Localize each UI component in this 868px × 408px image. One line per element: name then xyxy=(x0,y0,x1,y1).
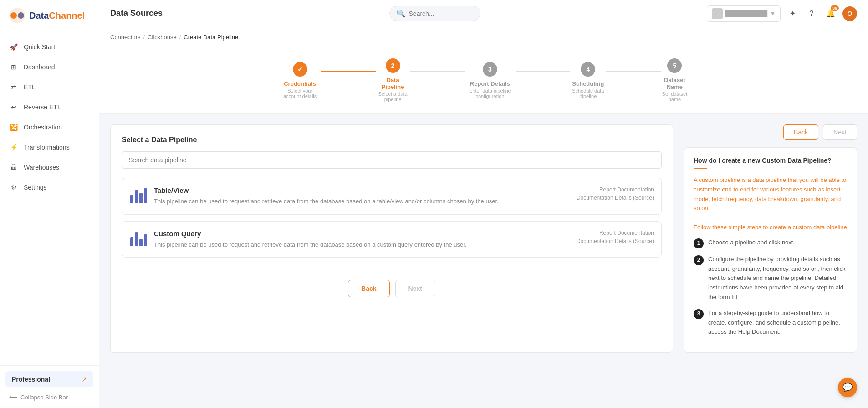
report-doc-link-custom-query[interactable]: Report Documentation xyxy=(599,230,654,236)
sidebar-item-warehouses[interactable]: 🏛 Warehouses xyxy=(0,157,99,177)
user-avatar-button[interactable]: O xyxy=(842,6,857,21)
step-line-3 xyxy=(516,71,570,72)
sidebar-item-orchestration[interactable]: 🔀 Orchestration xyxy=(0,117,99,137)
pipeline-card-table-view[interactable]: Table/View This pipeline can be used to … xyxy=(122,178,662,215)
step-dataset-name: 5 Dataset Name Set dataset name xyxy=(661,58,689,102)
follow-text: Follow these simple steps to create a cu… xyxy=(694,224,847,231)
sidebar-item-dashboard[interactable]: ⊞ Dashboard xyxy=(0,57,99,77)
collapse-label: Collapse Side Bar xyxy=(20,394,68,401)
help-body: A custom pipeline is a data pipeline tha… xyxy=(694,176,848,232)
step-text-3: For a step-by-step guide to understand h… xyxy=(708,309,848,337)
step-sub-data-pipeline: Select a data pipeline xyxy=(376,91,410,102)
notification-button[interactable]: 🔔 36 xyxy=(823,6,838,21)
help-card: How do I create a new Custom Data Pipeli… xyxy=(684,147,857,353)
sidebar-label-etl: ETL xyxy=(24,83,36,91)
collapse-sidebar-button[interactable]: ⟵ Collapse Side Bar xyxy=(5,392,93,403)
sidebar-item-quick-start[interactable]: 🚀 Quick Start xyxy=(0,37,99,57)
sidebar-item-settings[interactable]: ⚙ Settings xyxy=(0,177,99,197)
sidebar-label-warehouses: Warehouses xyxy=(24,164,59,171)
sidebar-footer: Professional ↗ ⟵ Collapse Side Bar xyxy=(0,365,99,408)
step-circle-data-pipeline: 2 xyxy=(386,58,400,73)
help-underline xyxy=(694,168,707,169)
external-link-icon: ↗ xyxy=(82,376,87,383)
doc-details-link-table-view[interactable]: Documentation Details (Source) xyxy=(577,195,654,201)
pipeline-search-input[interactable] xyxy=(122,151,662,169)
breadcrumb-clickhouse[interactable]: Clickhouse xyxy=(148,34,177,41)
sidebar-label-quick-start: Quick Start xyxy=(24,43,55,51)
pipeline-panel-title: Select a Data Pipeline xyxy=(122,136,662,144)
sidebar-item-reverse-etl[interactable]: ↩ Reverse ETL xyxy=(0,97,99,117)
breadcrumb-sep-2: / xyxy=(179,34,181,41)
help-button[interactable]: ? xyxy=(804,6,819,21)
orchestration-icon: 🔀 xyxy=(9,123,18,132)
report-doc-link-table-view[interactable]: Report Documentation xyxy=(599,186,654,193)
breadcrumb-connectors[interactable]: Connectors xyxy=(110,34,140,41)
topbar-icons: ██████████ ▼ ✦ ? 🔔 36 O xyxy=(707,5,857,22)
professional-label: Professional xyxy=(12,376,50,383)
warehouse-icon: 🏛 xyxy=(9,163,18,172)
step-num-3: 3 xyxy=(694,309,704,319)
user-selector[interactable]: ██████████ ▼ xyxy=(707,5,781,22)
card-name-custom-query: Custom Query xyxy=(154,230,570,238)
step-text-1: Choose a pipeline and click next. xyxy=(708,238,848,248)
breadcrumb: Connectors / Clickhouse / Create Data Pi… xyxy=(99,27,868,47)
svg-point-2 xyxy=(18,12,24,19)
page-title: Data Sources xyxy=(110,9,163,18)
pipeline-card-custom-query[interactable]: Custom Query This pipeline can be used t… xyxy=(122,221,662,258)
card-links-custom-query: Report Documentation Documentation Detai… xyxy=(577,230,654,244)
step-label-dataset-name: Dataset Name xyxy=(661,77,689,90)
help-step-2: 2 Configure the pipeline by providing de… xyxy=(694,255,848,302)
settings-icon: ⚙ xyxy=(9,183,18,192)
notification-badge: 36 xyxy=(831,5,839,11)
step-circle-scheduling: 4 xyxy=(581,62,595,77)
topbar: Data Sources 🔍 ██████████ ▼ ✦ ? 🔔 36 O xyxy=(99,0,868,27)
pipeline-panel: Select a Data Pipeline Table/View xyxy=(110,124,673,353)
sidebar-label-settings: Settings xyxy=(24,184,47,191)
step-scheduling: 4 Scheduling Schedule data pipeline xyxy=(570,62,606,99)
right-panel: Back Next How do I create a new Custom D… xyxy=(684,124,857,353)
step-circle-credentials: ✓ xyxy=(293,62,307,77)
step-text-2: Configure the pipeline by providing deta… xyxy=(708,255,848,302)
user-selector-text: ██████████ xyxy=(725,10,767,17)
step-label-report-details: Report Details xyxy=(465,80,516,87)
step-data-pipeline: 2 Data Pipeline Select a data pipeline xyxy=(376,58,410,102)
user-avatar-selector xyxy=(712,8,723,19)
step-circle-report-details: 3 xyxy=(483,62,497,77)
next-button-bottom[interactable]: Next xyxy=(395,280,435,297)
step-num-2: 2 xyxy=(694,255,704,265)
right-panel-nav: Back Next xyxy=(684,124,857,140)
step-sub-scheduling: Schedule data pipeline xyxy=(570,88,606,99)
help-step-3: 3 For a step-by-step guide to understand… xyxy=(694,309,848,337)
sidebar-label-dashboard: Dashboard xyxy=(24,63,55,71)
next-button-top[interactable]: Next xyxy=(823,124,857,140)
sidebar-item-transformations[interactable]: ⚡ Transformations xyxy=(0,137,99,157)
professional-badge[interactable]: Professional ↗ xyxy=(5,371,93,387)
back-button-top[interactable]: Back xyxy=(783,124,818,140)
step-sub-dataset-name: Set dataset name xyxy=(661,91,689,102)
bottom-nav: Back Next xyxy=(122,276,662,297)
content-area: Connectors / Clickhouse / Create Data Pi… xyxy=(99,27,868,408)
chevron-down-icon: ▼ xyxy=(770,10,776,17)
table-view-icon xyxy=(129,186,148,205)
chat-bubble-button[interactable]: 💬 xyxy=(838,378,857,397)
sidebar-label-transformations: Transformations xyxy=(24,144,70,151)
grid-icon: ⊞ xyxy=(9,62,18,72)
main-content: Data Sources 🔍 ██████████ ▼ ✦ ? 🔔 36 O C… xyxy=(99,0,868,408)
card-desc-table-view: This pipeline can be used to request and… xyxy=(154,197,570,206)
body-area: Select a Data Pipeline Table/View xyxy=(99,114,868,364)
step-line-1 xyxy=(321,71,376,72)
step-label-data-pipeline: Data Pipeline xyxy=(376,77,410,90)
sparkle-button[interactable]: ✦ xyxy=(785,6,800,21)
doc-details-link-custom-query[interactable]: Documentation Details (Source) xyxy=(577,238,654,244)
step-line-4 xyxy=(606,71,661,72)
collapse-icon: ⟵ xyxy=(9,394,18,401)
back-button-bottom[interactable]: Back xyxy=(348,280,389,297)
svg-point-1 xyxy=(10,12,17,19)
logo: DataChannel xyxy=(0,0,99,31)
step-label-scheduling: Scheduling xyxy=(570,80,606,87)
step-label-credentials: Credentials xyxy=(279,80,321,87)
steps-container: ✓ Credentials Select your account detail… xyxy=(99,47,868,114)
search-input[interactable] xyxy=(409,10,474,17)
sidebar-item-etl[interactable]: ⇄ ETL xyxy=(0,77,99,97)
search-box[interactable]: 🔍 xyxy=(389,6,480,21)
